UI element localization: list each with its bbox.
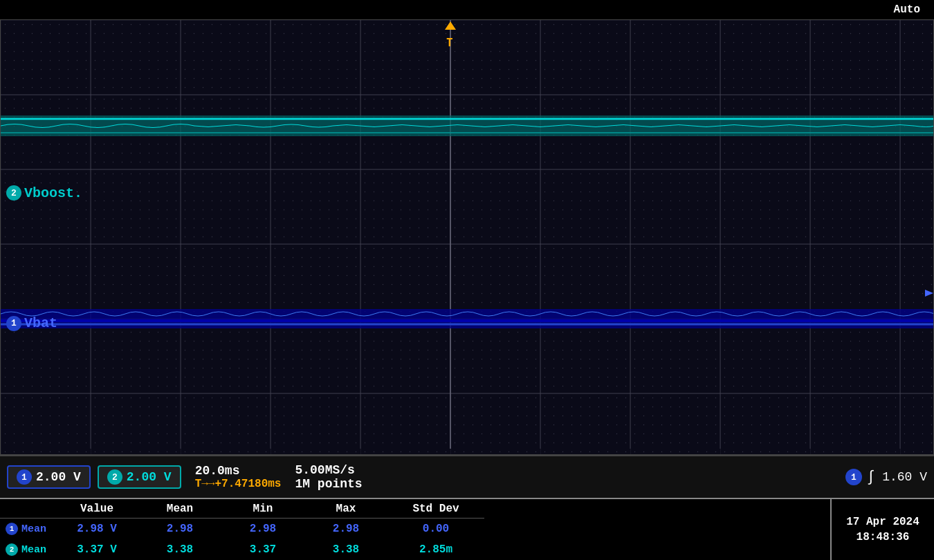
meas-row2-min: 3.37	[221, 539, 304, 560]
meas-header-max: Max	[304, 499, 387, 519]
trigger-display[interactable]: 1 ∫ 1.60 V	[845, 469, 927, 486]
meas-header-mean: Mean	[138, 499, 221, 519]
trigger-badge: 1	[845, 469, 862, 485]
meas-row2-stddev: 2.85m	[387, 539, 484, 560]
ch1-voltage: 2.00 V	[36, 470, 81, 484]
meas-header-min: Min	[221, 499, 304, 519]
meas-row1-stddev: 0.00	[387, 519, 484, 539]
sample-points: 1M points	[295, 477, 362, 491]
ch1-status[interactable]: 1 2.00 V	[7, 465, 91, 489]
meas-header-value: Value	[55, 499, 138, 519]
meas-row1-mean: 2.98	[138, 519, 221, 539]
trigger-offset: T→→+7.47180ms	[195, 478, 282, 490]
meas-row2-value: 3.37 V	[55, 539, 138, 560]
grid-canvas: T	[1, 20, 933, 454]
meas-row1-value: 2.98 V	[55, 519, 138, 539]
trigger-voltage: 1.60 V	[882, 470, 927, 484]
meas-row1-label: 1 Mean	[0, 519, 55, 539]
time-display: 18:48:36	[857, 531, 910, 543]
date-display: 17 Apr 2024	[846, 516, 919, 528]
sample-rate: 5.00MS/s	[295, 463, 362, 477]
meas-header-stddev: Std Dev	[387, 499, 484, 519]
auto-label: Auto	[894, 3, 920, 16]
top-bar: Auto	[0, 0, 934, 19]
waveform-area: T 2 Vboost. 1 Vbat	[0, 19, 934, 455]
meas-row1-name: Mean	[21, 523, 46, 535]
meas-row2-name: Mean	[21, 544, 46, 556]
svg-text:T: T	[446, 36, 453, 49]
ch2-status[interactable]: 2 2.00 V	[98, 465, 181, 489]
meas-row2-mean: 3.38	[138, 539, 221, 560]
time-div: 20.0ms	[195, 464, 240, 478]
meas-row1-min: 2.98	[221, 519, 304, 539]
svg-rect-5	[1, 20, 933, 454]
ch1-name: Vbat	[24, 315, 57, 331]
trigger-symbol: ∫	[866, 469, 875, 486]
meas-row2-label: 2 Mean	[0, 539, 55, 560]
ch2-badge: 2	[6, 185, 21, 200]
oscilloscope: Auto	[0, 0, 934, 560]
meas-row1-max: 2.98	[304, 519, 387, 539]
ch1-label: 1 Vbat	[6, 315, 57, 331]
ch2-voltage: 2.00 V	[127, 470, 172, 484]
datetime-box: 17 Apr 2024 18:48:36	[830, 499, 934, 560]
timebase-display[interactable]: 20.0ms T→→+7.47180ms	[195, 464, 282, 490]
samplerate-display: 5.00MS/s 1M points	[295, 463, 362, 491]
ch2-status-badge: 2	[107, 469, 122, 485]
meas-row2-badge: 2	[6, 543, 18, 556]
status-bar: 1 2.00 V 2 2.00 V 20.0ms T→→+7.47180ms 5…	[0, 455, 934, 498]
ch1-badge: 1	[6, 316, 21, 331]
ch1-status-badge: 1	[17, 469, 32, 485]
meas-header-label	[0, 499, 55, 519]
ch2-label: 2 Vboost.	[6, 185, 82, 201]
measurements-table: Value Mean Min Max Std Dev 1 Mean 2.98 V…	[0, 499, 830, 560]
meas-row1-badge: 1	[6, 523, 18, 535]
meas-row2-max: 3.38	[304, 539, 387, 560]
ch2-name: Vboost.	[24, 185, 82, 201]
measurements-area: Value Mean Min Max Std Dev 1 Mean 2.98 V…	[0, 498, 934, 560]
